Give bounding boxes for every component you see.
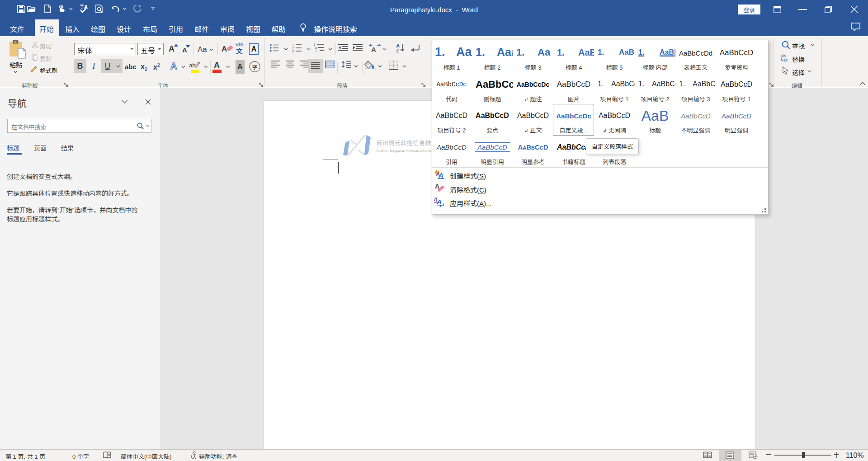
svg-text:ac: ac: [783, 58, 788, 62]
svg-text:Z: Z: [396, 48, 399, 53]
svg-text:1: 1: [314, 43, 316, 46]
svg-text:2: 2: [292, 47, 294, 50]
svg-text:字: 字: [252, 63, 258, 71]
svg-text:3: 3: [292, 50, 294, 52]
svg-text:A: A: [436, 198, 442, 206]
svg-text:A: A: [438, 171, 443, 179]
svg-text:ab: ab: [189, 62, 195, 69]
svg-text:1: 1: [292, 43, 294, 47]
svg-text:A: A: [371, 46, 376, 52]
svg-text:i: i: [316, 49, 317, 52]
svg-text:a: a: [315, 46, 317, 49]
